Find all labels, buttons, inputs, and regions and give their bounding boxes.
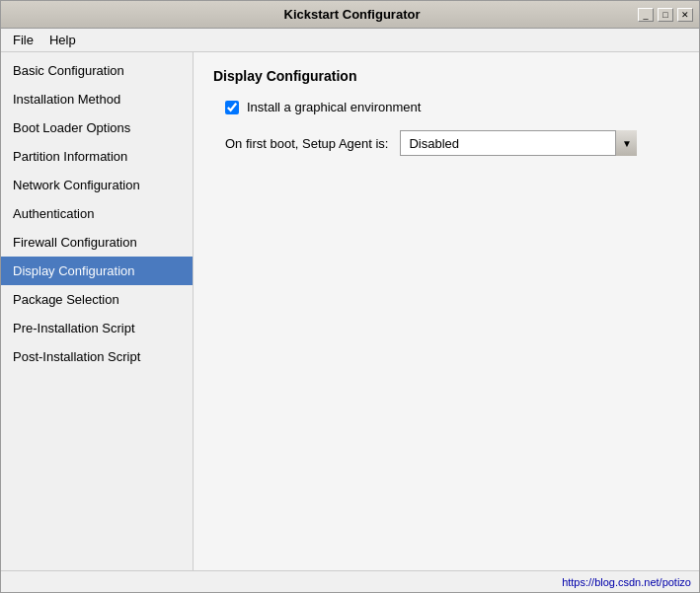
window-controls: _ □ ✕ xyxy=(638,8,693,22)
file-menu[interactable]: File xyxy=(5,31,41,49)
setup-agent-dropdown[interactable]: DisabledEnabledEnabled, but not enforced xyxy=(400,130,637,156)
sidebar-item-package-selection[interactable]: Package Selection xyxy=(1,285,193,314)
sidebar-item-firewall-configuration[interactable]: Firewall Configuration xyxy=(1,228,193,257)
sidebar-item-post-installation-script[interactable]: Post-Installation Script xyxy=(1,342,193,371)
sidebar: Basic ConfigurationInstallation MethodBo… xyxy=(1,52,194,570)
sidebar-item-network-configuration[interactable]: Network Configuration xyxy=(1,171,193,199)
sidebar-item-partition-information[interactable]: Partition Information xyxy=(1,142,193,171)
sidebar-item-display-configuration[interactable]: Display Configuration xyxy=(1,257,193,285)
section-title: Display Configuration xyxy=(213,68,679,84)
minimize-button[interactable]: _ xyxy=(638,8,654,22)
content-area: Basic ConfigurationInstallation MethodBo… xyxy=(1,52,699,570)
install-graphical-checkbox[interactable] xyxy=(225,101,239,114)
sidebar-item-installation-method[interactable]: Installation Method xyxy=(1,85,193,113)
main-content: Display Configuration Install a graphica… xyxy=(194,52,699,570)
setup-agent-row: On first boot, Setup Agent is: DisabledE… xyxy=(225,130,679,156)
menubar: File Help xyxy=(1,29,699,52)
sidebar-item-basic-configuration[interactable]: Basic Configuration xyxy=(1,56,193,85)
status-bar: https://blog.csdn.net/potizo xyxy=(1,570,699,592)
application-window: Kickstart Configurator _ □ ✕ File Help B… xyxy=(0,0,700,593)
window-title: Kickstart Configurator xyxy=(66,7,638,22)
install-graphical-label: Install a graphical environment xyxy=(247,100,421,114)
setup-agent-dropdown-wrapper: DisabledEnabledEnabled, but not enforced… xyxy=(400,130,637,156)
sidebar-item-boot-loader-options[interactable]: Boot Loader Options xyxy=(1,113,193,142)
maximize-button[interactable]: □ xyxy=(658,8,673,22)
sidebar-item-authentication[interactable]: Authentication xyxy=(1,199,193,228)
title-bar: Kickstart Configurator _ □ ✕ xyxy=(1,1,699,29)
close-button[interactable]: ✕ xyxy=(677,8,693,22)
help-menu[interactable]: Help xyxy=(41,31,84,49)
status-url: https://blog.csdn.net/potizo xyxy=(562,576,691,588)
sidebar-item-pre-installation-script[interactable]: Pre-Installation Script xyxy=(1,314,193,342)
setup-agent-label: On first boot, Setup Agent is: xyxy=(225,136,388,151)
install-graphical-row: Install a graphical environment xyxy=(225,100,679,114)
